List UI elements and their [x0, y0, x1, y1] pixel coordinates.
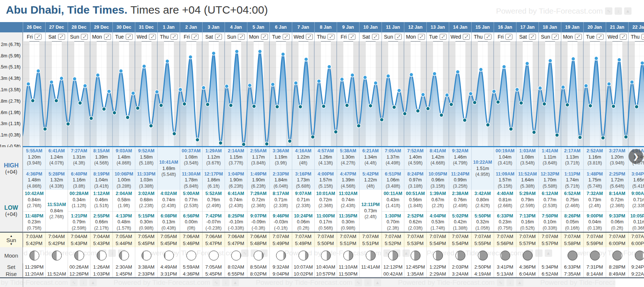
- tide-time: 10:05PM: [629, 213, 644, 219]
- sunset-time: 5:45PM: [135, 240, 157, 247]
- tide-time: 1:30PM: [382, 213, 404, 219]
- date-cell: 11 Jan: [382, 22, 404, 32]
- expand-day-icon[interactable]: ⤢: [81, 34, 88, 40]
- expand-day-icon[interactable]: ⤢: [348, 34, 355, 40]
- expand-day-icon[interactable]: ⤢: [328, 34, 334, 40]
- expand-day-icon[interactable]: ⤢: [552, 34, 559, 40]
- tide-height-m: 1.86m: [203, 177, 225, 183]
- day-cell: Fri⤢: [180, 32, 202, 41]
- tide-height-m: 0.73m: [359, 208, 382, 214]
- expand-day-icon[interactable]: ⤢: [283, 34, 290, 40]
- tide-height-ft: (2.66ft): [494, 203, 516, 209]
- tide-height-ft: (-0.3ft): [247, 225, 269, 231]
- sunrise-time: 7:07AM: [539, 233, 561, 240]
- expand-day-icon[interactable]: ⤢: [484, 34, 491, 40]
- tide-times-page: Abu Dhabi, Tide Times.Times are +04 (UTC…: [0, 0, 644, 287]
- tide-time: 5:02PM: [449, 213, 471, 219]
- day-cell: Sat⤢: [202, 32, 225, 41]
- day-cell: Sat⤢: [359, 32, 382, 41]
- sunset-time: 5:45PM: [158, 240, 180, 247]
- expand-day-icon[interactable]: ⤢: [395, 34, 402, 40]
- low-tide-entry: 11:53AM0.84m(2.76ft): [46, 202, 68, 220]
- moon-set-cell: 8:02AM: [225, 263, 247, 270]
- watermark-text: Powered by Tide-Forecast.com: [540, 279, 615, 287]
- tide-height-m: -0.09m: [247, 219, 269, 225]
- moon-rise-cell: 00:42AM: [382, 270, 404, 277]
- tide-time: 12:32PM: [539, 171, 561, 177]
- day-cell: Mon⤢: [247, 32, 269, 41]
- expand-day-icon[interactable]: ⤢: [575, 34, 582, 40]
- tide-time: 10:22AM: [472, 159, 494, 166]
- day-cell: Mon⤢: [90, 32, 112, 41]
- tide-time: 1:03AM: [516, 148, 539, 154]
- expand-day-icon[interactable]: ⤢: [372, 34, 379, 40]
- expand-day-icon[interactable]: ⤢: [440, 34, 447, 40]
- low-tide-entry: 4:13PM0.48m(1.57ft): [113, 211, 135, 231]
- expand-day-icon[interactable]: ⤢: [261, 34, 268, 40]
- tide-time: 11:48PM: [23, 213, 45, 219]
- tide-time: 2:55PM: [90, 213, 112, 219]
- expand-day-icon[interactable]: ⤢: [620, 34, 627, 40]
- tide-time: 11:09AM: [494, 171, 516, 177]
- tide-time: 4:57AM: [315, 148, 337, 154]
- tide-time: 6:12AM: [539, 191, 561, 197]
- weekday-label: Tue: [272, 34, 281, 40]
- expand-day-icon[interactable]: ⤢: [238, 34, 245, 40]
- expand-day-icon[interactable]: ⤢: [35, 34, 42, 40]
- powered-by-watermark: Powered by Tide-Forecast.com∿↓▲: [496, 7, 632, 15]
- tide-height-m: 0.04m: [584, 219, 606, 225]
- tide-height-ft: (2.43ft): [225, 203, 247, 209]
- expand-day-icon[interactable]: ⤢: [529, 34, 536, 40]
- tide-height-m: 1.20m: [23, 154, 45, 160]
- tide-height-m: 1.13m: [561, 154, 583, 160]
- date-cell: 1 Jan: [157, 22, 180, 32]
- moon-set-cell: 8:50AM: [247, 263, 269, 270]
- y-axis-label: 0.3m (1.1ft): [0, 121, 21, 126]
- moon-phase-icon: [164, 251, 174, 261]
- tide-height-ft: (5.41ft): [629, 183, 644, 189]
- tide-height-m: 0.30m: [337, 219, 359, 225]
- watermark-logo-icon: ↓: [364, 279, 372, 286]
- expand-day-icon[interactable]: ⤢: [192, 34, 198, 40]
- day-cell: Sat⤢: [45, 32, 68, 41]
- expand-day-icon[interactable]: ⤢: [149, 34, 156, 40]
- expand-day-icon[interactable]: ⤢: [505, 34, 512, 40]
- expand-day-icon[interactable]: ⤢: [171, 34, 178, 40]
- watermark-text: Powered by Tide-Forecast.com: [256, 279, 353, 287]
- expand-day-icon[interactable]: ⤢: [58, 34, 65, 40]
- sunset-time: 5:49PM: [292, 240, 314, 247]
- tide-height-ft: (6.04ft): [270, 183, 292, 189]
- high-tide-cell: 8:41AM1.42m(4.66ft)10:05PM0.96m(3.15ft): [426, 147, 449, 190]
- high-tide-cell: 8:15AM1.39m(4.56ft)8:19PM1.04m(3.41ft): [90, 147, 112, 190]
- tide-time: 6:08PM: [158, 213, 180, 219]
- date-cell: 20 Jan: [583, 22, 606, 32]
- expand-day-icon[interactable]: ⤢: [215, 34, 222, 40]
- expand-day-icon[interactable]: ⤢: [641, 34, 644, 40]
- expand-day-icon[interactable]: ⤢: [104, 34, 111, 40]
- sunrise-time: 7:07AM: [292, 233, 314, 240]
- expand-day-icon[interactable]: ⤢: [597, 34, 604, 40]
- high-tide-entry: 11:52AM1.64m(5.38ft): [516, 169, 539, 189]
- tide-height-ft: (1.38ft): [449, 225, 471, 231]
- tide-height-ft: (4.07ft): [46, 160, 68, 166]
- expand-day-icon[interactable]: ⤢: [126, 34, 133, 40]
- watermark-logo-icon: ↓: [507, 279, 514, 286]
- tide-height-m: 1.84m: [270, 177, 292, 183]
- tide-height-ft: (2.2ft): [427, 203, 449, 209]
- expand-day-icon[interactable]: ⤢: [463, 34, 470, 40]
- moon-phase-icon: [29, 251, 39, 261]
- next-days-button[interactable]: ❯: [629, 149, 643, 164]
- tide-time: 1:41AM: [539, 148, 561, 154]
- moon-rise-cell: 7:35AM: [561, 270, 583, 277]
- sun-rise-set-row: ▲ Sun ▼ 7:03AM5:42PM7:04AM5:42PM7:04AM5:…: [0, 233, 644, 247]
- tide-height-ft: (3.94ft): [23, 160, 45, 166]
- tide-time: 2:14AM: [225, 148, 247, 154]
- tide-time: 11:00PM: [315, 213, 337, 219]
- expand-day-icon[interactable]: ⤢: [418, 34, 425, 40]
- tide-height-m: 0.84m: [46, 208, 68, 214]
- sun-label-cell[interactable]: ▲ Sun ▼: [0, 233, 23, 247]
- day-cell: Wed⤢: [135, 32, 157, 41]
- tide-height-ft: (2.36ft): [315, 203, 337, 209]
- tide-height-m: 1.31m: [68, 154, 90, 160]
- expand-day-icon[interactable]: ⤢: [306, 34, 313, 40]
